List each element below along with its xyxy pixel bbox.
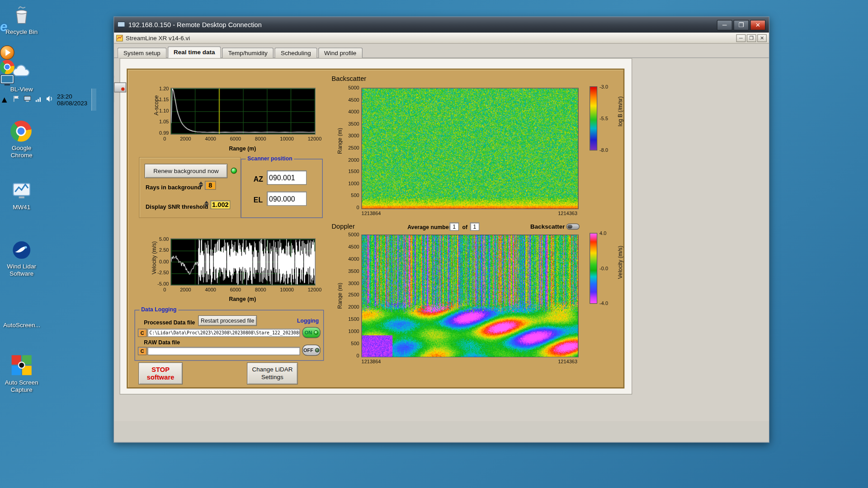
app-window-title: StreamLine XR v14-6.vi (126, 35, 735, 42)
mw41-icon (10, 180, 33, 202)
app-close-button[interactable]: ✕ (757, 34, 767, 42)
raw-drive-button[interactable]: C (138, 347, 147, 355)
rdp-titlebar[interactable]: 192.168.0.150 - Remote Desktop Connectio… (114, 17, 769, 33)
backscatter-toggle-label: Backscatter (530, 223, 565, 230)
raw-data-file-label: RAW Data file (144, 339, 180, 345)
rays-value-field[interactable]: 8 (205, 181, 216, 190)
backscatter-start-time: 1213864 (362, 211, 381, 216)
tray-network-icon[interactable] (35, 94, 42, 104)
desktop-icon-label: BL-View (3, 86, 40, 93)
background-led (231, 168, 237, 174)
logging-label: Logging (297, 318, 319, 324)
tab-wind-profile[interactable]: Wind profile (318, 47, 363, 58)
data-logging-title: Data Logging (140, 306, 179, 312)
change-lidar-settings-button[interactable]: Change LiDARSettings (247, 362, 298, 385)
scanner-position-group: Scanner position AZ 090.001 EL 090.000 (241, 159, 323, 218)
tab-content: A-scope 1.201.151.101.050.99 02000400060… (114, 58, 769, 400)
stop-software-button[interactable]: STOPsoftware (138, 362, 183, 385)
doppler-time-axis: 1213864 1214363 (362, 359, 578, 365)
desktop-icon-recycle-bin[interactable]: Recycle Bin (3, 5, 40, 35)
tab-temp-humidity[interactable]: Temp/humidity (222, 47, 274, 58)
doppler-colorbar-label: Velocity (m/s) (617, 246, 623, 279)
average-number-field[interactable]: 1 (449, 222, 459, 230)
rdp-close-button[interactable]: ✕ (750, 19, 765, 30)
taskbar-time: 23:20 (57, 93, 72, 100)
rdp-minimize-button[interactable]: ─ (717, 19, 732, 30)
desktop-icon-chrome[interactable]: Google Chrome (3, 121, 40, 159)
tray-flag-icon[interactable] (13, 94, 20, 104)
front-panel: A-scope 1.201.151.101.050.99 02000400060… (119, 58, 632, 394)
ascope-x-axis-label: Range (m) (170, 145, 314, 151)
rays-in-background-label: Rays in background (146, 184, 201, 191)
tab-real-time-data[interactable]: Real time data (168, 47, 221, 58)
ascope-x-ticks: 020004000600080001000012000 (163, 136, 321, 141)
app-window-icon (116, 35, 123, 42)
raw-path-field[interactable] (147, 347, 300, 355)
processed-drive-button[interactable]: C (138, 328, 147, 337)
doppler-end-time: 1214363 (558, 359, 577, 365)
app-minimize-button[interactable]: ─ (736, 34, 746, 42)
app-window: StreamLine XR v14-6.vi ─ ❐ ✕ System setu… (114, 33, 769, 421)
processed-data-file-label: Processed Data file (144, 319, 195, 325)
velocity-x-ticks: 020004000600080001000012000 (163, 287, 321, 293)
tray-up-arrow-icon[interactable]: ▲ (0, 94, 9, 104)
doppler-colorbar (590, 233, 597, 304)
snr-value-field[interactable]: 1.002 (210, 200, 230, 209)
backscatter-colorbar-label: log B (/m/sr) (617, 96, 623, 127)
chrome-icon (0, 60, 14, 74)
tray-rdp-icon[interactable] (24, 94, 31, 104)
desktop-icon-label: MW41 (3, 204, 40, 211)
chrome-icon (10, 121, 33, 143)
wind-lidar-icon (10, 239, 33, 261)
doppler-start-time: 1213864 (362, 359, 381, 365)
desktop-icon-auto-screen-capture[interactable]: Auto Screen Capture (3, 355, 40, 393)
auto-screen-capture-icon (10, 355, 33, 377)
backscatter-display-toggle[interactable] (566, 224, 580, 230)
of-label: of (462, 224, 467, 230)
raw-logging-toggle[interactable]: OFF (302, 345, 321, 356)
tray-volume-icon[interactable] (46, 94, 53, 104)
desktop-icon-label: Wind Lidar Software (3, 263, 40, 277)
toggle-knob (567, 225, 572, 229)
ascope-y-ticks: 1.201.151.101.050.99 (152, 86, 169, 136)
desktop-icon-label: Google Chrome (3, 145, 40, 159)
system-clock[interactable]: 23:20 08/08/2023 (57, 93, 87, 106)
raw-logging-led (315, 348, 320, 352)
renew-background-button[interactable]: Renew background now (145, 164, 228, 178)
doppler-title: Doppler (331, 222, 354, 230)
show-desktop-button[interactable] (91, 89, 96, 111)
desktop-icon-label: Recycle Bin (3, 28, 40, 35)
scanner-position-title: Scanner position (246, 155, 294, 161)
file-explorer-icon (0, 34, 15, 45)
tab-system-setup[interactable]: System setup (118, 47, 167, 58)
az-value-field[interactable]: 090.001 (267, 170, 307, 185)
processed-logging-led (314, 330, 318, 335)
desktop-icon-mw41[interactable]: MW41 (3, 180, 40, 211)
average-number-label: Average number (407, 224, 451, 230)
backscatter-y-axis-label: Range (m) (336, 128, 342, 154)
processed-logging-toggle[interactable]: ON (302, 327, 321, 338)
tab-scheduling[interactable]: Scheduling (275, 47, 317, 58)
doppler-heatmap (362, 235, 579, 357)
snr-threshold-label: Display SNR threshold (146, 203, 208, 210)
instrument-panel: A-scope 1.201.151.101.050.99 02000400060… (127, 69, 624, 389)
doppler-y-axis-label: Range (m) (336, 283, 342, 309)
app-titlebar[interactable]: StreamLine XR v14-6.vi ─ ❐ ✕ (114, 33, 769, 43)
desktop-icon-autoscreen-folder[interactable]: AutoScreen... (3, 298, 40, 328)
rays-spinner[interactable] (199, 182, 204, 188)
average-of-field[interactable]: 1 (470, 222, 480, 230)
screen-capture-icon (114, 82, 126, 92)
backscatter-heatmap (362, 88, 579, 209)
rdp-maximize-button[interactable]: ❐ (733, 19, 749, 30)
desktop-icon-wind-lidar[interactable]: Wind Lidar Software (3, 239, 40, 277)
app-maximize-button[interactable]: ❐ (747, 34, 756, 42)
backscatter-end-time: 1214363 (558, 211, 577, 216)
el-value-field[interactable]: 090.000 (267, 192, 307, 206)
backscatter-y-ticks: 5000450040003500300025002000150010005000 (345, 85, 359, 211)
taskbar-date: 08/08/2023 (57, 99, 87, 106)
backscatter-title: Backscatter (331, 75, 366, 82)
snr-spinner[interactable] (204, 201, 209, 206)
velocity-plot (170, 239, 316, 286)
processed-path-field[interactable]: C:\Lidar\Data\Proc\2023\202308\20230808\… (147, 328, 300, 337)
restart-processed-file-button[interactable]: Restart processed file (198, 315, 257, 326)
